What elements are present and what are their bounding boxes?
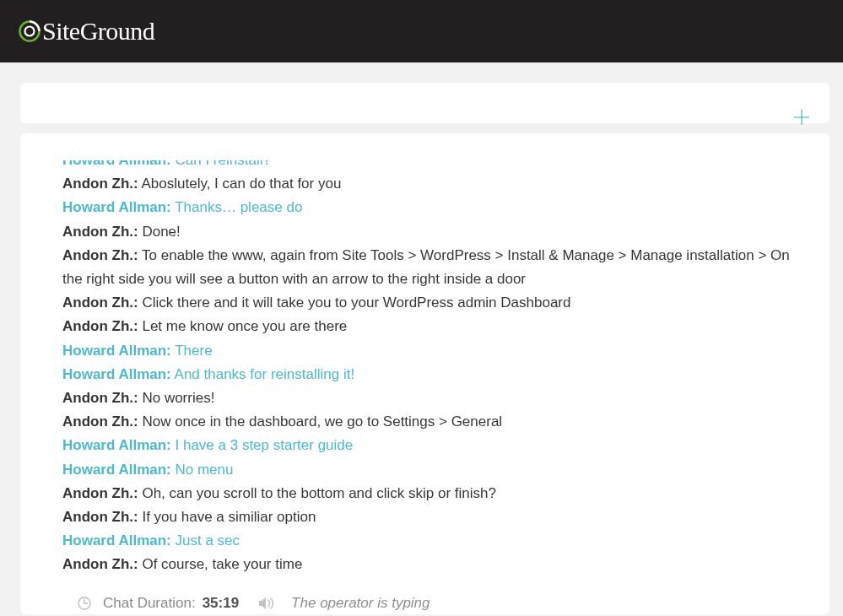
speaker-icon[interactable] xyxy=(259,597,279,610)
message-author: Andon Zh.: xyxy=(62,294,138,311)
message-text: Aboslutely, I can do that for you xyxy=(138,176,342,192)
chat-message: Howard Allman: Just a sec xyxy=(62,529,804,553)
message-text: I have a 3 step starter guide xyxy=(171,437,353,453)
chat-message: Andon Zh.: No worries! xyxy=(62,386,804,410)
message-text: If you have a similiar option xyxy=(138,509,316,525)
message-text: There xyxy=(171,343,213,359)
chat-message: Howard Allman: No menu xyxy=(62,458,804,482)
chat-message: Howard Allman: And thanks for reinstalli… xyxy=(62,363,804,386)
message-author: Andon Zh.: xyxy=(62,485,138,501)
chat-message: Andon Zh.: Oh, can you scroll to the bot… xyxy=(62,482,804,505)
message-text: Done! xyxy=(138,224,181,240)
chat-message: Howard Allman: I have a 3 step starter g… xyxy=(62,434,804,457)
plus-icon[interactable] xyxy=(794,110,809,125)
message-author: Howard Allman: xyxy=(62,343,171,359)
chat-message: Andon Zh.: Now once in the dashboard, we… xyxy=(62,410,804,434)
siteground-icon xyxy=(19,20,41,42)
message-text: To enable the www, again from Site Tools… xyxy=(62,247,790,287)
chat-message: Howard Allman: There xyxy=(62,339,804,363)
chat-message: Andon Zh.: If you have a similiar option xyxy=(62,505,804,529)
message-author: Howard Allman: xyxy=(62,366,171,382)
message-text: And thanks for reinstalling it! xyxy=(171,366,354,382)
chat-message: Andon Zh.: Of course, take your time xyxy=(62,553,804,576)
message-author: Andon Zh.: xyxy=(62,318,138,334)
chat-scroll-area[interactable]: Howard Allman: Can I reinstall?Andon Zh.… xyxy=(62,160,819,577)
chat-transcript-card: Howard Allman: Can I reinstall?Andon Zh.… xyxy=(20,133,829,614)
message-author: Andon Zh.: xyxy=(62,247,138,263)
message-text: Let me know once you are there xyxy=(138,318,348,334)
duration-label: Chat Duration: xyxy=(103,595,196,612)
typing-indicator: The operator is typing xyxy=(291,595,430,612)
duration-value: 35:19 xyxy=(203,595,239,612)
chat-message: Howard Allman: Thanks… please do xyxy=(62,196,804,219)
content-area: Howard Allman: Can I reinstall?Andon Zh.… xyxy=(0,62,843,614)
message-text: Can I reinstall? xyxy=(171,160,271,168)
message-author: Howard Allman: xyxy=(62,532,171,548)
app-header: SiteGround xyxy=(0,0,843,62)
clock-icon xyxy=(78,597,91,610)
message-text: No menu xyxy=(171,462,234,478)
brand-logo[interactable]: SiteGround xyxy=(19,17,154,46)
message-author: Andon Zh.: xyxy=(62,224,138,240)
message-text: Thanks… please do xyxy=(171,199,303,215)
message-text: Of course, take your time xyxy=(138,556,303,572)
chat-message: Andon Zh.: Aboslutely, I can do that for… xyxy=(62,172,804,196)
chat-message: Andon Zh.: Let me know once you are ther… xyxy=(62,315,804,338)
collapsible-panel[interactable] xyxy=(20,83,829,123)
message-author: Howard Allman: xyxy=(62,199,171,215)
chat-message: Howard Allman: Can I reinstall? xyxy=(62,160,804,172)
chat-message: Andon Zh.: Done! xyxy=(62,220,804,244)
message-author: Howard Allman: xyxy=(62,437,171,453)
message-author: Andon Zh.: xyxy=(62,176,138,192)
message-text: Oh, can you scroll to the bottom and cli… xyxy=(138,485,496,501)
message-text: Just a sec xyxy=(171,532,240,548)
message-text: Now once in the dashboard, we go to Sett… xyxy=(138,413,502,430)
chat-footer: Chat Duration: 35:19 The operator is typ… xyxy=(62,577,819,614)
message-author: Andon Zh.: xyxy=(62,390,138,406)
message-author: Andon Zh.: xyxy=(62,556,138,572)
chat-message: Andon Zh.: To enable the www, again from… xyxy=(62,244,804,291)
message-text: No worries! xyxy=(138,390,215,406)
message-text: Click there and it will take you to your… xyxy=(138,294,571,311)
svg-point-1 xyxy=(25,27,35,36)
message-author: Howard Allman: xyxy=(62,462,171,478)
message-author: Andon Zh.: xyxy=(62,509,138,525)
message-author: Howard Allman: xyxy=(62,160,171,168)
chat-message: Andon Zh.: Click there and it will take … xyxy=(62,291,804,315)
brand-name: SiteGround xyxy=(42,17,154,46)
message-author: Andon Zh.: xyxy=(62,413,138,430)
